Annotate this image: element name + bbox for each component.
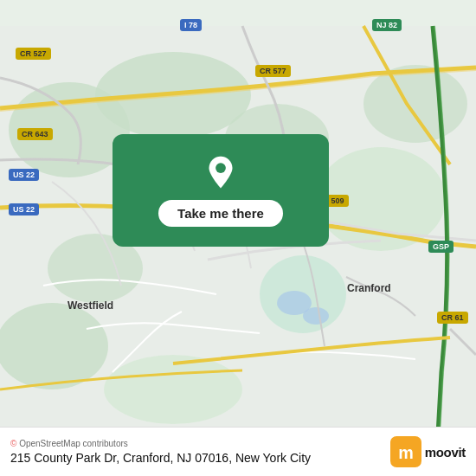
- cr643-label: CR 643: [17, 128, 53, 140]
- i78-label: I 78: [180, 19, 202, 31]
- address-text: 215 County Park Dr, Cranford, NJ 07016, …: [10, 451, 382, 465]
- gsp-label: GSP: [428, 241, 453, 253]
- svg-point-8: [0, 303, 108, 389]
- svg-point-9: [104, 355, 242, 424]
- moovit-logo: m moovit: [390, 436, 466, 467]
- cta-banner: Take me there: [113, 134, 329, 247]
- map-container: I 78 NJ 82 CR 527 CR 577 CR 643 US 22 US…: [0, 0, 476, 476]
- cranford-label: Cranford: [344, 281, 394, 295]
- osm-credit: © OpenStreetMap contributors: [10, 439, 382, 448]
- location-pin-icon: [203, 155, 239, 191]
- svg-point-14: [215, 163, 226, 173]
- cr527-label: CR 527: [16, 48, 51, 60]
- moovit-wordmark: moovit: [425, 445, 466, 460]
- bottom-bar: © OpenStreetMap contributors 215 County …: [0, 427, 476, 476]
- cr577-label: CR 577: [255, 65, 291, 77]
- take-me-there-button[interactable]: Take me there: [158, 200, 283, 227]
- svg-text:m: m: [398, 443, 414, 462]
- nj82-label: NJ 82: [372, 19, 402, 31]
- westfield-label: Westfield: [65, 299, 116, 312]
- us22a-label: US 22: [9, 169, 39, 181]
- moovit-icon: m: [390, 436, 421, 467]
- address-section: © OpenStreetMap contributors 215 County …: [10, 439, 382, 465]
- svg-point-11: [303, 307, 329, 325]
- us22b-label: US 22: [9, 203, 39, 215]
- cr61-label: CR 61: [437, 312, 468, 324]
